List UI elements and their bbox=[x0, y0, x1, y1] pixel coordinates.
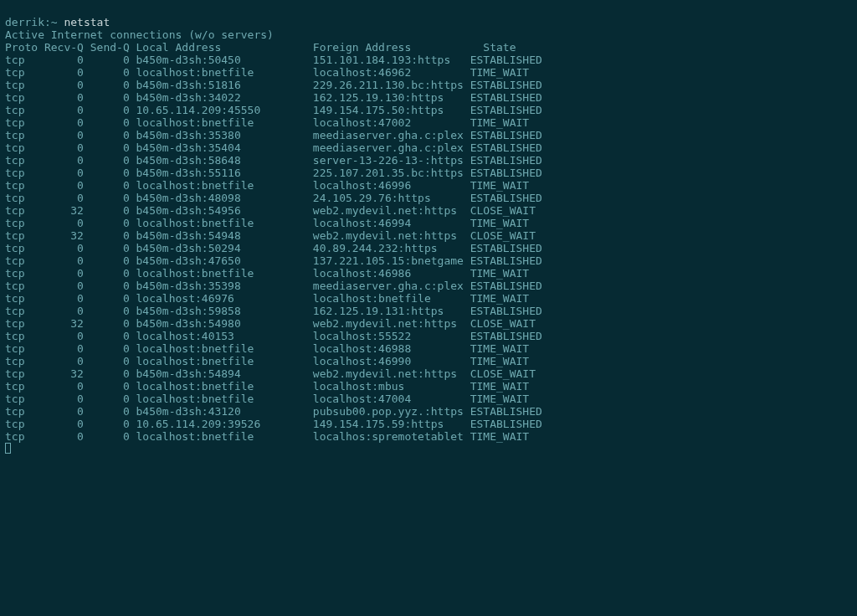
cursor-icon bbox=[5, 443, 11, 454]
column-headers: Proto Recv-Q Send-Q Local Address Foreig… bbox=[5, 41, 516, 54]
command-text: netstat bbox=[64, 16, 110, 28]
prompt-path: ~ bbox=[51, 16, 58, 28]
terminal-output[interactable]: derrik:~ netstat Active Internet connect… bbox=[0, 0, 857, 459]
prompt-user: derrik bbox=[5, 16, 44, 28]
connections-header: Active Internet connections (w/o servers… bbox=[5, 28, 274, 41]
netstat-rows: tcp 0 0 b450m-d3sh:50450 151.101.184.193… bbox=[5, 54, 542, 443]
prompt-line: derrik:~ netstat bbox=[5, 16, 110, 28]
prompt-sep: : bbox=[44, 16, 51, 28]
